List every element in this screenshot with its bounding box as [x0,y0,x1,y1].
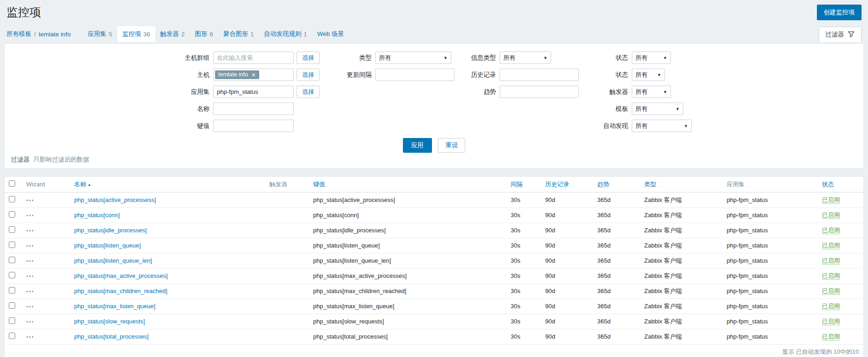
item-triggers-cell [267,299,311,314]
tab-items[interactable]: 监控项 36 [117,26,156,42]
sort-by-type-link[interactable]: 类型 [644,181,656,188]
item-name-link[interactable]: php_status[slow_requests] [74,318,145,325]
reset-button[interactable]: 重设 [438,138,465,153]
trends-input[interactable] [500,86,579,98]
status-toggle-link[interactable]: 已启用 [822,288,840,295]
wizard-menu-button[interactable]: ••• [26,273,35,279]
table-row: ••• php_status[listen_queue] php_status[… [5,238,863,253]
status-toggle-link[interactable]: 已启用 [822,227,840,234]
wizard-menu-button[interactable]: ••• [26,334,35,340]
row-checkbox[interactable] [9,226,15,233]
type-select[interactable]: 所有 ▼ [375,52,451,64]
history-input[interactable] [500,69,579,81]
item-name-link[interactable]: php_status[conn] [74,212,120,219]
row-checkbox[interactable] [9,272,15,278]
create-item-button[interactable]: 创建监控项 [817,5,862,20]
breadcrumb-all-templates[interactable]: 所有模板 [6,30,31,38]
row-checkbox[interactable] [9,333,15,339]
wizard-menu-button[interactable]: ••• [26,197,35,203]
wizard-menu-button[interactable]: ••• [26,288,35,294]
discovery-select[interactable]: 所有 ▼ [632,120,692,132]
item-triggers-cell [267,192,311,207]
status-toggle-link[interactable]: 已启用 [822,272,840,280]
host-input[interactable]: temlate info ✕ [213,69,294,81]
update-interval-input[interactable] [375,69,454,81]
wizard-menu-button[interactable]: ••• [26,213,35,218]
wizard-menu-button[interactable]: ••• [26,243,35,248]
filter-toggle-button[interactable]: 过滤器 [819,27,862,42]
item-key-cell: php_status[max_children_reached] [311,283,508,299]
row-checkbox[interactable] [9,302,15,309]
row-checkbox[interactable] [9,287,15,294]
item-type-cell: Zabbix 客户端 [642,329,724,344]
sort-by-trends-link[interactable]: 趋势 [597,181,609,188]
status-toggle-link[interactable]: 已启用 [822,303,840,310]
col-key: 键值 [311,177,508,192]
state-select[interactable]: 所有 ▼ [632,69,665,81]
sort-by-name-link[interactable]: 名称 [74,181,86,188]
status-toggle-link[interactable]: 已启用 [822,333,840,340]
item-interval-cell: 30s [508,223,543,238]
tab-web-scenarios[interactable]: Web 场景 [312,26,351,42]
item-applications-cell: php-fpm_status [724,268,820,283]
wizard-menu-button[interactable]: ••• [26,304,35,309]
item-trends-cell: 365d [595,329,642,344]
status-toggle-link[interactable]: 已启用 [822,257,840,265]
item-name-link[interactable]: php_status[idle_processes] [74,227,147,234]
item-name-link[interactable]: php_status[max_children_reached] [74,288,167,294]
item-name-link[interactable]: php_status[max_active_processes] [74,272,168,279]
item-name-link[interactable]: php_status[listen_queue] [74,242,141,249]
breadcrumb-template-name[interactable]: temlate info [39,31,71,38]
info-type-select[interactable]: 所有 ▼ [500,52,551,64]
item-applications-cell: php-fpm_status [724,207,820,223]
table-row: ••• php_status[max_listen_queue] php_sta… [5,299,863,314]
wizard-menu-button[interactable]: ••• [26,258,35,264]
template-select[interactable]: 所有 ▼ [632,103,683,115]
host-group-input[interactable] [213,52,294,64]
tab-screens[interactable]: 聚合图形 1 [218,26,259,42]
row-checkbox[interactable] [9,242,15,248]
item-type-cell: Zabbix 客户端 [642,192,724,207]
item-applications-cell: php-fpm_status [724,283,820,299]
item-name-link[interactable]: php_status[active_processess] [74,196,156,203]
triggers-select[interactable]: 所有 ▼ [632,86,671,98]
row-checkbox[interactable] [9,317,15,324]
status-toggle-link[interactable]: 已启用 [822,242,840,249]
sort-asc-icon: ▲ [87,183,91,187]
status-select[interactable]: 所有 ▼ [632,52,671,64]
sort-by-status-link[interactable]: 状态 [822,181,834,188]
tab-triggers[interactable]: 触发器 2 [155,26,190,42]
item-interval-cell: 30s [508,329,543,344]
row-checkbox[interactable] [9,211,15,218]
tab-graphs[interactable]: 图形 6 [190,26,218,42]
item-trends-cell: 365d [595,283,642,299]
col-wizard: Wizard [24,177,72,192]
tab-discovery-rules[interactable]: 自动发现规则 1 [259,26,312,42]
item-name-link[interactable]: php_status[total_processes] [74,333,149,340]
apply-button[interactable]: 应用 [403,138,432,153]
sort-by-history-link[interactable]: 历史记录 [545,181,569,188]
host-group-select-button[interactable]: 选择 [297,52,320,64]
select-all-checkbox[interactable] [9,180,15,187]
item-name-link[interactable]: php_status[listen_queue_len] [74,257,152,264]
tab-applications[interactable]: 应用集 5 [83,26,117,42]
item-key-cell: php_status[listen_queue] [311,238,508,253]
key-input[interactable] [213,120,294,132]
sort-by-interval-link[interactable]: 间隔 [511,181,523,188]
name-input[interactable] [213,103,294,115]
wizard-menu-button[interactable]: ••• [26,319,35,324]
application-select-button[interactable]: 选择 [297,86,320,98]
row-checkbox[interactable] [9,257,15,263]
status-toggle-link[interactable]: 已启用 [822,196,840,204]
item-name-link[interactable]: php_status[max_listen_queue] [74,303,155,310]
status-toggle-link[interactable]: 已启用 [822,318,840,325]
sort-by-key-link[interactable]: 键值 [313,181,325,188]
item-type-cell: Zabbix 客户端 [642,207,724,223]
status-toggle-link[interactable]: 已启用 [822,212,840,219]
row-checkbox[interactable] [9,196,15,202]
host-select-button[interactable]: 选择 [297,69,320,81]
chip-remove-icon[interactable]: ✕ [251,72,256,78]
application-input[interactable] [213,86,294,98]
item-triggers-cell [267,283,311,299]
wizard-menu-button[interactable]: ••• [26,228,35,233]
